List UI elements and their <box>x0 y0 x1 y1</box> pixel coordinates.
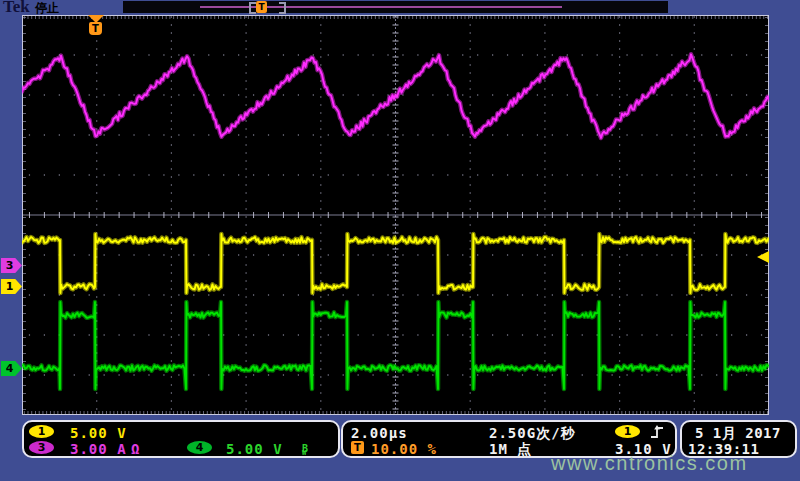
title-bar: Tek 停止 T <box>0 0 800 15</box>
ch4-scale-readout: 5.00 V <box>226 441 283 457</box>
trigger-position-marker[interactable]: T <box>88 15 104 35</box>
ch4-badge[interactable]: 4 <box>187 441 212 454</box>
trigger-position-readout: 10.00 % <box>371 441 437 457</box>
trigger-slope-rising-icon <box>649 424 665 439</box>
record-view-bar[interactable]: T <box>123 1 668 13</box>
waveform-display[interactable]: T <box>22 15 769 415</box>
oscilloscope-screen: Tek 停止 T T 3 1 4 1 5.00 V 3 3.00 A Ω 4 5… <box>0 0 800 481</box>
ch3-coupling-readout: Ω <box>131 441 140 457</box>
ch4-bandwidth-limit-icon: BW <box>302 443 306 457</box>
ch1-badge[interactable]: 1 <box>29 425 54 438</box>
trigger-position-square-icon: T <box>351 441 364 454</box>
record-window-bracket-left-icon <box>249 2 256 14</box>
record-length-readout: 1M 点 <box>489 441 532 459</box>
record-trigger-icon: T <box>256 1 267 13</box>
watermark: www.cntronics.com <box>551 452 748 475</box>
channel-4-position-marker[interactable]: 4 <box>1 361 22 376</box>
record-window-bracket-right-icon <box>279 2 286 14</box>
channel-3-position-marker[interactable]: 3 <box>1 258 22 273</box>
channel-readout-panel[interactable]: 1 5.00 V 3 3.00 A Ω 4 5.00 V BW <box>22 420 340 458</box>
ch1-scale-readout: 5.00 V <box>70 425 127 441</box>
bw-main: B <box>302 443 308 454</box>
channel-1-position-marker[interactable]: 1 <box>1 279 22 294</box>
waveform-svg <box>22 15 769 415</box>
trigger-position-label: T <box>89 22 102 35</box>
time-per-div-readout: 2.00µs <box>351 425 408 441</box>
ch3-badge[interactable]: 3 <box>29 441 54 454</box>
trigger-source-badge[interactable]: 1 <box>615 425 640 438</box>
ch3-scale-readout: 3.00 A <box>70 441 127 457</box>
